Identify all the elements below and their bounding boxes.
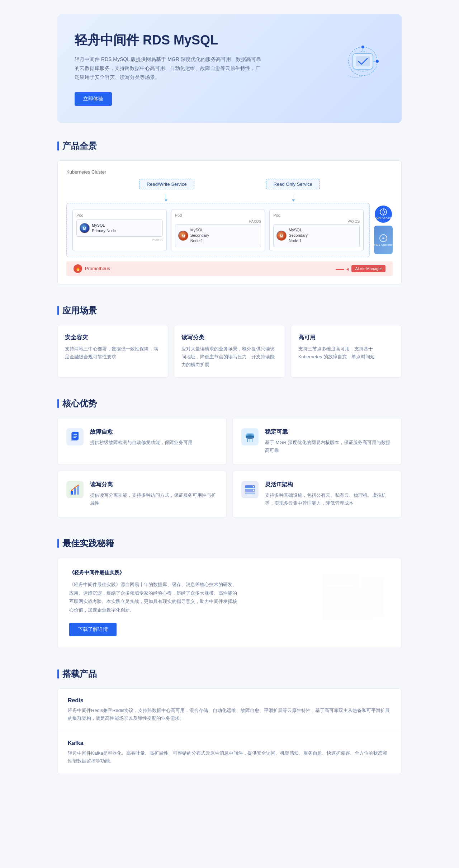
advantage-card-2: 读写分离 提供读写分离功能，支持多种访问方式，保证服务可用性与扩展性	[57, 471, 227, 518]
best-practices-card: 《轻舟中间件最佳实践》 《轻舟中间件最佳实践》源自网易十年的数据库、缓存、消息等…	[57, 558, 402, 648]
advantage-card-1: 稳定可靠 基于 MGR 深度优化的网易内核版本，保证服务高可用与数据高可靠	[232, 418, 402, 465]
rds-operator-label: RDS Operator	[374, 243, 393, 246]
prometheus-icon: 🔥	[74, 264, 82, 273]
practices-decoration	[315, 570, 387, 636]
practices-book-title: 《轻舟中间件最佳实践》	[69, 570, 241, 576]
scenario-card-1: 读写分类 应对大量读请求的业务场景，额外提供只读访问地址，降低主节点的读写压力，…	[174, 325, 285, 378]
svg-rect-20	[72, 432, 79, 440]
scenario-desc-0: 支持两地三中心部署，数据强一致性保障，满足金融级合规可靠性要求	[65, 345, 161, 361]
advantage-title-3: 灵活IT架构	[265, 481, 393, 489]
hero-icon	[327, 43, 384, 94]
hero-title: 轻舟中间件 RDS MySQL	[75, 32, 261, 49]
svg-point-40	[253, 486, 254, 487]
pod-label-1: Pod	[76, 213, 163, 217]
svg-rect-43	[326, 581, 355, 582]
pod-label-2: Pod	[175, 213, 261, 217]
bundled-item-redis: Redis 轻舟中间件Redis兼容Redis协议，支持跨数据中心高可用，混合存…	[58, 689, 401, 731]
svg-text:M: M	[83, 226, 86, 231]
scenarios-title: 应用场景	[57, 305, 402, 316]
svg-rect-31	[71, 491, 73, 495]
scenario-card-0: 安全容灾 支持两地三中心部署，数据强一致性保障，满足金融级合规可靠性要求	[57, 325, 168, 378]
prometheus-inner: 🔥 Prometheus	[74, 264, 110, 273]
rds-operator-box: RDS Operator	[374, 226, 393, 254]
read-only-service-box: Read Only Service	[266, 179, 320, 189]
advantage-title-2: 读写分离	[90, 481, 218, 489]
redis-title: Redis	[68, 697, 391, 704]
advantage-card-3: 灵活IT架构 支持多种基础设施，包括公有云、私有云、物理机、虚拟机等，实现多云集…	[232, 471, 402, 518]
scenario-card-2: 高可用 支持三节点多维度高可用，支持基于 Kubernetes 的故障自愈，单点…	[291, 325, 402, 378]
advantage-icon-2	[66, 481, 84, 498]
practices-content: 《轻舟中间件最佳实践》 《轻舟中间件最佳实践》源自网易十年的数据库、缓存、消息等…	[69, 570, 241, 636]
hero-cta-button[interactable]: 立即体验	[75, 92, 112, 106]
best-practices-section: 最佳实践秘籍 《轻舟中间件最佳实践》 《轻舟中间件最佳实践》源自网易十年的数据库…	[57, 538, 402, 648]
svg-point-4	[361, 46, 364, 48]
mysql-primary-label: MySQLPrimary Node	[92, 223, 116, 234]
api-server-label: API Server	[375, 216, 391, 220]
advantages-grid: 故障自愈 提供秒级故障检测与自动修复功能，保障业务可用	[57, 418, 402, 518]
svg-rect-47	[344, 588, 373, 621]
api-server-box: API Server	[375, 206, 392, 223]
svg-point-41	[253, 490, 254, 491]
product-overview-section: 产品全景 Kubernetes Cluster Read/Write Servi…	[57, 140, 402, 285]
svg-point-27	[246, 435, 254, 439]
scenarios-grid: 安全容灾 支持两地三中心部署，数据强一致性保障，满足金融级合规可靠性要求 读写分…	[57, 325, 402, 378]
bundled-products-card: Redis 轻舟中间件Redis兼容Redis协议，支持跨数据中心高可用，混合存…	[57, 688, 402, 774]
prometheus-row: 🔥 Prometheus Alerts Manager	[66, 261, 393, 276]
arch-main-area: Pod M MySQLPrimary Node PAXO	[66, 203, 393, 257]
pods-area: Pod M MySQLPrimary Node PAXO	[66, 203, 370, 257]
kafka-description: 轻舟中间件Kafka是容器化、高吞吐量、高扩展性、可容错的分布式云原生消息中间件…	[68, 749, 391, 765]
svg-text:M: M	[181, 234, 185, 238]
bundled-products-title: 搭载产品	[57, 668, 402, 680]
mysql-primary-icon: M	[80, 223, 90, 233]
best-practices-title: 最佳实践秘籍	[57, 538, 402, 549]
svg-point-34	[71, 490, 72, 491]
scenario-desc-1: 应对大量读请求的业务场景，额外提供只读访问地址，降低主节点的读写压力，开支持读能…	[181, 345, 277, 369]
pod-secondary-1: Pod PAXOS M MySQLSecondaryNode 1	[171, 209, 265, 251]
advantage-desc-2: 提供读写分离功能，支持多种访问方式，保证服务可用性与扩展性	[90, 491, 218, 507]
advantages-section: 核心优势 故障自愈 提供秒级故障检测与自动修复功能，保障业务可用	[57, 398, 402, 518]
practices-description: 《轻舟中间件最佳实践》源自网易十年的数据库、缓存、消息等核心技术的研发、应用、运…	[69, 580, 241, 614]
svg-rect-32	[74, 488, 76, 495]
advantage-content-3: 灵活IT架构 支持多种基础设施，包括公有云、私有云、物理机、虚拟机等，实现多云集…	[265, 481, 393, 507]
arch-right-panel: API Server RDS Operator	[374, 203, 393, 257]
pod-inner-1: M MySQLPrimary Node	[76, 220, 163, 237]
paxos-label-3: PAXOS	[273, 220, 360, 223]
services-row: Read/Write Service Read Only Service	[66, 179, 393, 189]
hero-description: 轻舟中间件 RDS MySQL 版提供网易基于 MGR 深度优化的服务高可用、数…	[75, 55, 261, 82]
advantage-icon-1	[241, 428, 259, 445]
mysql-secondary2-label: MySQLSecondaryNode 1	[289, 227, 308, 244]
redis-description: 轻舟中间件Redis兼容Redis协议，支持跨数据中心高可用，混合存储、自动化运…	[68, 707, 391, 722]
advantage-content-1: 稳定可靠 基于 MGR 深度优化的网易内核版本，保证服务高可用与数据高可靠	[265, 428, 393, 454]
paxos-label-1: PAXOS	[76, 238, 163, 242]
read-write-service-box: Read/Write Service	[139, 179, 194, 189]
advantage-icon-3	[241, 481, 259, 498]
pod-secondary-2: Pod PAXOS M MySQLSecondaryNode 1	[269, 209, 364, 251]
advantage-icon-0	[66, 428, 84, 445]
scenario-desc-2: 支持三节点多维度高可用，支持基于 Kubernetes 的故障自愈，单点时间短	[298, 345, 394, 361]
bundled-item-kafka: Kafka 轻舟中间件Kafka是容器化、高吞吐量、高扩展性、可容错的分布式云原…	[58, 731, 401, 774]
advantage-content-0: 故障自愈 提供秒级故障检测与自动修复功能，保障业务可用	[90, 428, 193, 447]
mysql-secondary1-label: MySQLSecondaryNode 1	[190, 227, 209, 244]
advantage-title-0: 故障自愈	[90, 428, 193, 436]
paxos-label-2: PAXOS	[175, 220, 261, 223]
pod-inner-2: M MySQLSecondaryNode 1	[175, 224, 261, 247]
scenario-title-2: 高可用	[298, 334, 394, 341]
pod-inner-3: M MySQLSecondaryNode 1	[273, 224, 360, 247]
mysql-secondary1-icon: M	[178, 231, 188, 241]
svg-point-35	[74, 487, 76, 488]
svg-point-36	[77, 485, 79, 486]
scenario-title-1: 读写分类	[181, 334, 277, 341]
hero-content: 轻舟中间件 RDS MySQL 轻舟中间件 RDS MySQL 版提供网易基于 …	[75, 32, 261, 106]
alerts-manager-box: Alerts Manager	[351, 265, 385, 272]
svg-rect-44	[326, 585, 355, 587]
svg-rect-3	[356, 56, 370, 66]
svg-text:M: M	[280, 234, 283, 238]
k8s-label: Kubernetes Cluster	[66, 169, 393, 175]
practices-download-button[interactable]: 下载了解详情	[69, 623, 117, 636]
kafka-title: Kafka	[68, 740, 391, 746]
mysql-secondary2-icon: M	[276, 231, 287, 241]
prometheus-label: Prometheus	[85, 266, 110, 271]
pod-label-3: Pod	[273, 213, 360, 217]
scenario-title-0: 安全容灾	[65, 334, 161, 341]
advantage-card-0: 故障自愈 提供秒级故障检测与自动修复功能，保障业务可用	[57, 418, 227, 465]
